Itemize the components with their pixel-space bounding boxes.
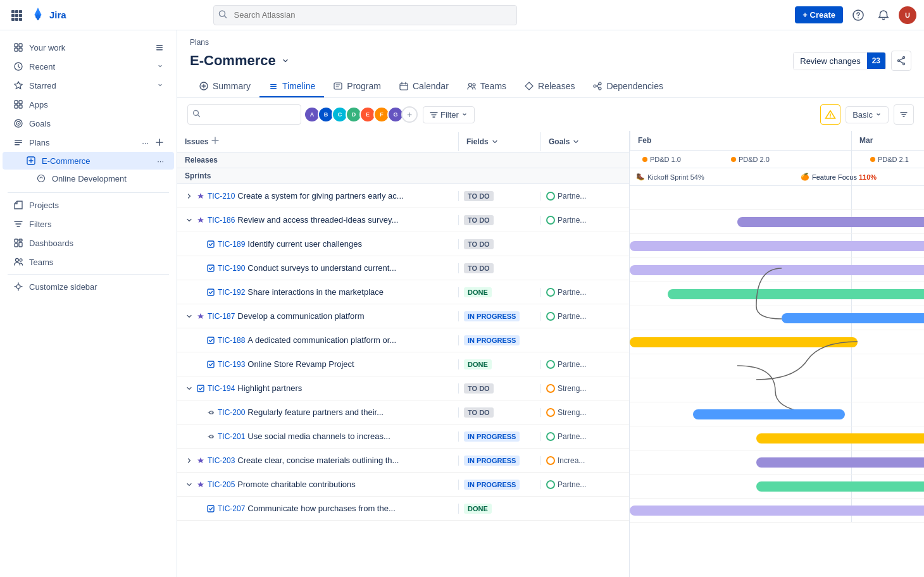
tic190-type-icon — [206, 264, 215, 273]
teams-label: Teams — [29, 257, 164, 267]
tic192-id[interactable]: TIC-192 — [218, 288, 245, 297]
search-input[interactable] — [213, 5, 517, 25]
bar-tic207[interactable] — [630, 506, 924, 516]
tic210-expand-chevron[interactable] — [185, 192, 194, 201]
svg-point-41 — [898, 60, 900, 62]
tic210-status-badge: TO DO — [464, 191, 494, 201]
sidebar-item-online-dev[interactable]: Online Development — [3, 170, 174, 187]
tic188-id[interactable]: TIC-188 — [218, 336, 245, 345]
gantt-row-tic205 — [630, 475, 924, 499]
bar-tic190[interactable] — [630, 265, 924, 275]
goals-col-header[interactable]: Goals — [540, 132, 629, 151]
svg-rect-47 — [400, 84, 408, 90]
sort-button[interactable] — [894, 104, 914, 125]
tic187-expand-chevron[interactable] — [185, 312, 194, 321]
sidebar-item-filters[interactable]: Filters — [3, 214, 174, 233]
tic190-id[interactable]: TIC-190 — [218, 264, 245, 273]
timeline-search-input[interactable] — [187, 104, 301, 125]
bar-tic200[interactable] — [693, 409, 845, 419]
bar-tic187[interactable] — [782, 313, 924, 323]
tic187-type-icon — [196, 312, 205, 321]
gantt-row-tic194 — [630, 378, 924, 402]
tab-teams[interactable]: Teams — [458, 76, 515, 97]
tic194-expand-chevron[interactable] — [185, 384, 194, 393]
sidebar-item-goals[interactable]: Goals — [3, 114, 174, 133]
jira-logo[interactable]: Jira — [30, 8, 66, 23]
svg-rect-45 — [270, 88, 277, 89]
tic186-goal-text: Partne... — [558, 216, 586, 225]
tab-program[interactable]: Program — [324, 76, 390, 97]
sidebar-item-starred[interactable]: Starred — [3, 76, 174, 95]
tic205-expand-chevron[interactable] — [185, 480, 194, 489]
create-button[interactable]: + Create — [795, 6, 843, 23]
share-button[interactable] — [891, 51, 911, 71]
tic207-id[interactable]: TIC-207 — [218, 504, 245, 513]
recent-chevron[interactable] — [156, 63, 164, 70]
tic200-id[interactable]: TIC-200 — [218, 408, 245, 417]
svg-point-48 — [468, 84, 471, 87]
tab-releases[interactable]: Releases — [515, 76, 584, 97]
grid-icon[interactable] — [8, 6, 25, 24]
svg-rect-61 — [208, 506, 214, 512]
starred-chevron[interactable] — [156, 82, 164, 89]
user-avatar[interactable]: U — [899, 6, 916, 24]
tic186-field-cell: TO DO — [458, 215, 540, 225]
help-icon-btn[interactable] — [848, 5, 868, 25]
svg-rect-20 — [15, 101, 18, 104]
gantt-row-tic189 — [630, 234, 924, 258]
add-issue-icon[interactable] — [211, 136, 220, 147]
timeline-icon — [268, 81, 278, 91]
plans-more[interactable]: ··· — [142, 138, 149, 147]
tic194-id[interactable]: TIC-194 — [208, 384, 235, 393]
sidebar-item-ecommerce[interactable]: E-Commerce ··· — [3, 152, 174, 170]
sidebar-item-projects[interactable]: Projects — [3, 195, 174, 214]
bar-tic189[interactable] — [630, 241, 924, 251]
svg-point-11 — [858, 17, 859, 18]
tic203-id[interactable]: TIC-203 — [208, 456, 235, 465]
bar-tic201[interactable] — [756, 433, 924, 444]
tab-summary[interactable]: Summary — [190, 76, 259, 97]
sidebar-item-teams[interactable]: Teams — [3, 252, 174, 271]
your-work-toggle[interactable] — [155, 43, 164, 52]
review-changes-count[interactable]: 23 — [867, 53, 885, 69]
review-changes-label[interactable]: Review changes — [794, 53, 866, 70]
tic189-id[interactable]: TIC-189 — [218, 240, 245, 249]
title-chevron-icon[interactable] — [280, 55, 291, 66]
sidebar-item-apps[interactable]: Apps — [3, 95, 174, 114]
avatar-add-btn[interactable]: + — [401, 106, 418, 123]
bar-tic188[interactable] — [630, 337, 858, 347]
tic210-id[interactable]: TIC-210 — [208, 192, 235, 201]
basic-view-button[interactable]: Basic — [846, 106, 889, 123]
tab-calendar[interactable]: Calendar — [390, 76, 458, 97]
tic186-id[interactable]: TIC-186 — [208, 216, 235, 225]
bar-tic192[interactable] — [668, 289, 924, 299]
tic193-id[interactable]: TIC-193 — [218, 360, 245, 369]
tic201-id[interactable]: TIC-201 — [218, 432, 245, 441]
dashboards-label: Dashboards — [29, 239, 164, 248]
review-changes-button[interactable]: Review changes 23 — [793, 52, 886, 70]
issues-panel-header: Issues Fields Goals — [177, 131, 629, 152]
tab-dependencies[interactable]: Dependencies — [584, 76, 672, 97]
notifications-icon-btn[interactable] — [873, 5, 894, 25]
bar-tic203[interactable] — [756, 457, 924, 468]
tab-timeline[interactable]: Timeline — [259, 76, 324, 97]
tic203-expand-chevron[interactable] — [185, 456, 194, 465]
bar-tic186[interactable] — [737, 217, 924, 227]
sidebar-item-plans[interactable]: Plans ··· — [3, 133, 174, 152]
sidebar-item-recent[interactable]: Recent — [3, 57, 174, 76]
sidebar-item-dashboards[interactable]: Dashboards — [3, 233, 174, 252]
gantt-row-tic192 — [630, 282, 924, 306]
ecommerce-more[interactable]: ··· — [157, 156, 164, 166]
svg-rect-14 — [15, 48, 18, 51]
sidebar-item-customize[interactable]: Customize sidebar — [3, 277, 174, 296]
plans-add[interactable] — [155, 138, 164, 147]
tic186-expand-chevron[interactable] — [185, 216, 194, 225]
svg-rect-5 — [19, 14, 22, 17]
fields-col-header[interactable]: Fields — [458, 132, 540, 151]
warning-button[interactable] — [820, 104, 840, 125]
tic205-id[interactable]: TIC-205 — [208, 480, 235, 489]
sidebar-item-your-work[interactable]: Your work — [3, 38, 174, 57]
filter-button[interactable]: Filter — [423, 106, 475, 123]
tic187-id[interactable]: TIC-187 — [208, 312, 235, 321]
bar-tic205[interactable] — [756, 481, 924, 492]
